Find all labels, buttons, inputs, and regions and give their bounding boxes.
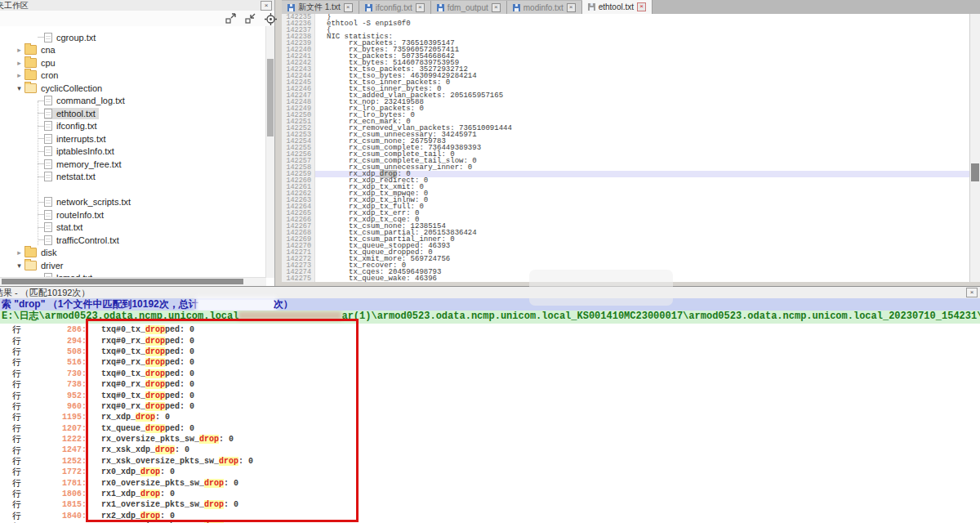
chevron-down-icon[interactable]: ▾: [15, 84, 24, 92]
result-row[interactable]: 行960:rxq#0_rx_dropped: 0: [0, 401, 980, 412]
match-highlight: drop: [145, 325, 165, 334]
result-row[interactable]: 行508:txq#0_tx_dropped: 0: [0, 346, 980, 357]
tab-close-icon[interactable]: ×: [492, 3, 501, 12]
result-row[interactable]: 行1815:rx1_oversize_pkts_sw_drop: 0: [0, 499, 980, 510]
file-icon: [44, 96, 52, 105]
tree-item-interrupts.txt[interactable]: interrupts.txt: [0, 132, 266, 145]
tree-horizontal-scrollbar[interactable]: [0, 277, 266, 286]
editor-text-area[interactable]: 142235}142236ethtool -S enp1s0f0142237{1…: [282, 14, 970, 282]
scrollbar-thumb[interactable]: [971, 163, 979, 181]
result-row[interactable]: 行730:txq#0_tx_dropped: 0: [0, 369, 980, 379]
workspace-panel: 夹工作区 × cgroup.txt▸cna▸cpu▸cron▾cyclicCol…: [0, 0, 275, 286]
results-close-icon[interactable]: ×: [966, 288, 978, 297]
tree-item-memory_free.txt[interactable]: memory_free.txt: [0, 158, 266, 171]
chevron-right-icon[interactable]: ▸: [15, 59, 24, 67]
result-text: txq#0_tx_dropped: 0: [87, 369, 194, 378]
result-text: rxq#0_rx_dropped: 0: [87, 337, 194, 346]
result-row[interactable]: 行286:txq#0_tx_dropped: 0: [0, 324, 980, 335]
tab-close-icon[interactable]: ×: [637, 2, 646, 11]
search-summary-suffix: 次）: [274, 298, 293, 310]
result-row[interactable]: 行1252:rx_xsk_oversize_pkts_sw_drop: 0: [0, 456, 980, 467]
tree-item-routeInfo.txt[interactable]: routeInfo.txt: [0, 208, 266, 221]
chevron-right-icon[interactable]: ▸: [15, 46, 24, 54]
tree-item-cpu[interactable]: ▸cpu: [0, 56, 266, 69]
tab-close-icon[interactable]: ×: [567, 3, 576, 12]
file-icon: [44, 121, 52, 131]
tree-item-cna[interactable]: ▸cna: [0, 44, 266, 57]
tree-item-trafficControl.txt[interactable]: trafficControl.txt: [0, 234, 266, 247]
editor-line: 142236ethtool -S enp1s0f0: [282, 20, 970, 27]
tree-item-ethtool.txt[interactable]: ethtool.txt: [0, 107, 266, 120]
tree-item-ifconfig.txt[interactable]: ifconfig.txt: [0, 120, 266, 133]
tree-item-driver[interactable]: ▾driver: [0, 259, 266, 272]
result-row[interactable]: 行294:rxq#0_rx_dropped: 0: [0, 335, 980, 346]
tab-modinfo.txt[interactable]: modinfo.txt×: [507, 1, 582, 14]
tree-item-label: netstat.txt: [44, 171, 99, 182]
result-row[interactable]: 行1247:rx_xsk_xdp_drop: 0: [0, 445, 980, 455]
result-text: rx2_xdp_drop: 0: [87, 512, 175, 521]
tree-vertical-scrollbar[interactable]: [265, 26, 274, 278]
search-summary-line[interactable]: 索 "drop" （1个文件中匹配到10192次，总计次）: [0, 298, 980, 311]
locate-file-icon[interactable]: [265, 13, 277, 25]
tree-item-stat.txt[interactable]: stat.txt: [0, 221, 266, 235]
tree-item-cyclicCollection[interactable]: ▾cyclicCollection: [0, 82, 266, 95]
tree-item-network_scripts.txt[interactable]: network_scripts.txt: [0, 196, 266, 209]
line-content: rx_csum_unnecessary_inner: 0: [315, 164, 970, 171]
result-row[interactable]: 行1195:rx_xdp_drop: 0: [0, 412, 980, 422]
file-icon: [44, 109, 52, 118]
result-text: rx_xdp_drop: 0: [87, 413, 170, 422]
tree-item-cron[interactable]: ▸cron: [0, 69, 266, 83]
tab-新文件 1.txt[interactable]: 新文件 1.txt×: [282, 1, 359, 14]
workspace-close-icon[interactable]: ×: [261, 1, 272, 11]
editor-vertical-scrollbar[interactable]: [969, 14, 980, 282]
chevron-down-icon[interactable]: ▾: [15, 262, 24, 270]
tree-item-iptablesInfo.txt[interactable]: iptablesInfo.txt: [0, 145, 266, 159]
result-row[interactable]: 行1806:rx1_xdp_drop: 0: [0, 489, 980, 499]
tree-item-cgroup.txt[interactable]: cgroup.txt: [0, 31, 266, 44]
expand-all-icon[interactable]: [225, 13, 237, 24]
result-row[interactable]: 行1840:rx2_xdp_drop: 0: [0, 511, 980, 521]
result-row[interactable]: 行1772:rx0_xdp_drop: 0: [0, 467, 980, 477]
result-line-number: 1840:: [36, 512, 87, 521]
file-tree[interactable]: cgroup.txt▸cna▸cpu▸cron▾cyclicCollection…: [0, 26, 266, 278]
result-row[interactable]: 行1222:rx_oversize_pkts_sw_drop: 0: [0, 434, 980, 445]
tab-fdm_output[interactable]: fdm_output×: [431, 1, 507, 14]
result-row[interactable]: 行738:rxq#0_rx_dropped: 0: [0, 379, 980, 390]
tree-item-label: routeInfo.txt: [44, 209, 107, 221]
tree-item-text: cyclicCollection: [41, 83, 102, 93]
match-highlight: drop: [145, 391, 165, 400]
file-path-prefix: E:\日志\armod0523.odata.ncmp.unicom.local: [2, 311, 238, 322]
file-icon: [44, 210, 52, 220]
tree-item-netstat.txt[interactable]: netstat.txt: [0, 171, 266, 184]
search-file-path-line[interactable]: E:\日志\armod0523.odata.ncmp.unicom.locala…: [0, 311, 980, 324]
result-row[interactable]: 行952:txq#0_tx_dropped: 0: [0, 390, 980, 400]
chevron-right-icon[interactable]: ▸: [15, 248, 24, 257]
scrollbar-thumb[interactable]: [267, 59, 274, 136]
tab-close-icon[interactable]: ×: [344, 3, 353, 12]
tree-indent-guide: [38, 101, 38, 245]
result-line-number: 730:: [36, 369, 87, 378]
tab-ethtool.txt[interactable]: ethtool.txt×: [582, 0, 653, 14]
tree-connector: [38, 163, 44, 164]
result-row[interactable]: 行516:rxq#0_rx_dropped: 0: [0, 357, 980, 368]
result-line-number: 286:: [36, 325, 87, 334]
result-row[interactable]: 行1781:rx0_oversize_pkts_sw_drop: 0: [0, 477, 980, 488]
collapse-all-icon[interactable]: [245, 13, 256, 24]
overlay-watermark: [529, 270, 673, 306]
tab-close-icon[interactable]: ×: [416, 3, 425, 12]
file-path-suffix: ar(1)\armod0523.odata.ncmp.unicom.local_…: [341, 311, 980, 322]
result-line-number: 960:: [36, 402, 87, 411]
tree-item-disk[interactable]: ▸disk: [0, 247, 266, 260]
line-number: 142275: [282, 275, 315, 282]
folder-icon: [24, 58, 37, 68]
scrollbar-thumb[interactable]: [2, 279, 243, 284]
chevron-right-icon[interactable]: ▸: [15, 71, 24, 79]
tree-item-text: memory_free.txt: [56, 159, 121, 169]
result-row[interactable]: 行1207:tx_queue_dropped: 0: [0, 423, 980, 434]
tree-connector: [38, 151, 44, 152]
result-text: rx1_oversize_pkts_sw_drop: 0: [87, 500, 238, 509]
result-text: rx_xsk_xdp_drop: 0: [87, 445, 189, 454]
tab-ifconfig.txt[interactable]: ifconfig.txt×: [359, 1, 431, 14]
tree-item-command_log.txt[interactable]: command_log.txt: [0, 95, 266, 108]
file-icon: [44, 235, 52, 245]
